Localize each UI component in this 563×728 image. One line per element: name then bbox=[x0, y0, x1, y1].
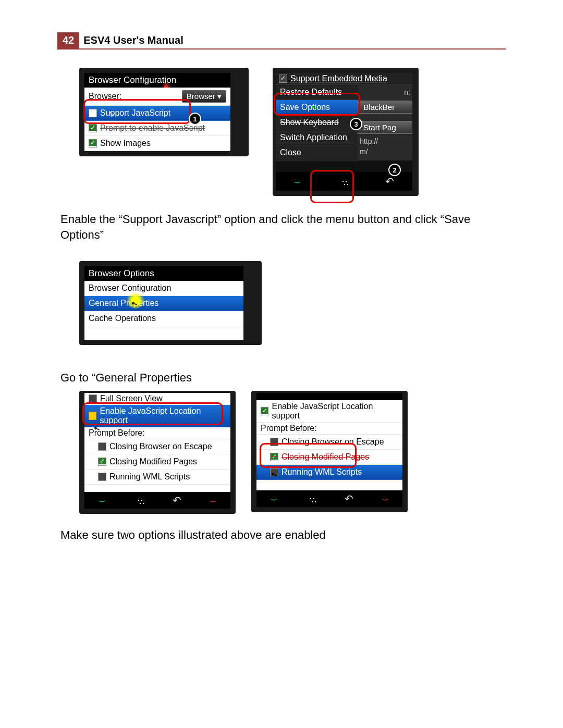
enable-js-location-row[interactable]: Enable JavaScript Location support bbox=[256, 400, 402, 423]
checkbox-icon bbox=[98, 473, 106, 481]
prompt-before-row: Prompt Before: bbox=[256, 423, 402, 435]
instruction-paragraph-3: Make sure two options illustrated above … bbox=[60, 527, 506, 543]
menu-button-icon[interactable] bbox=[305, 495, 316, 502]
checkbox-icon bbox=[98, 458, 106, 466]
support-javascript-row[interactable]: Support JavaScript ↖ bbox=[84, 106, 230, 121]
end-icon[interactable]: ⌣ bbox=[210, 495, 216, 507]
annotation-1: 1 bbox=[189, 113, 201, 125]
end-icon[interactable]: ⌣ bbox=[382, 493, 388, 505]
save-options-row[interactable]: Save Options ↖ bbox=[276, 100, 358, 115]
call-icon[interactable]: ⌣ bbox=[99, 495, 105, 507]
page-header: 42 ESV4 User's Manual bbox=[57, 32, 506, 50]
close-escape-row[interactable]: Closing Browser on Escape bbox=[256, 435, 402, 450]
show-keyboard-row[interactable]: Show Keyboard bbox=[276, 115, 358, 130]
close-label: Close bbox=[280, 148, 301, 157]
checkbox-icon bbox=[89, 412, 96, 420]
switch-app-row[interactable]: Switch Application bbox=[276, 130, 358, 145]
screen-title: Browser Configuration ◉ bbox=[84, 73, 230, 88]
fullscreen-row[interactable]: Full Screen View bbox=[84, 393, 230, 405]
checkbox-icon bbox=[261, 407, 268, 415]
run-wml-label: Running WML Scripts bbox=[282, 467, 362, 477]
figure-2: Browser Options Browser Configuration Ge… bbox=[79, 261, 262, 345]
checkbox-icon bbox=[270, 453, 278, 461]
fullscreen-label: Full Screen View bbox=[100, 394, 163, 403]
soft-key-bar: ⌣ ↶ ⌣ bbox=[84, 492, 230, 509]
startpage-button[interactable]: Start Pag bbox=[358, 121, 412, 134]
cache-operations-label: Cache Operations bbox=[89, 314, 156, 323]
close-row[interactable]: Close bbox=[276, 145, 358, 161]
annotation-3: 3 bbox=[350, 118, 362, 130]
browser-dropdown[interactable]: Browser ▾ bbox=[182, 90, 226, 103]
close-escape-label: Closing Browser on Escape bbox=[109, 442, 212, 451]
manual-title: ESV4 User's Manual bbox=[79, 32, 506, 50]
close-modified-label: Closing Modified Pages bbox=[282, 452, 369, 462]
figure-3a: Full Screen View Enable JavaScript Locat… bbox=[79, 391, 236, 514]
close-escape-row[interactable]: Closing Browser on Escape bbox=[84, 439, 230, 454]
call-icon[interactable]: ⌣ bbox=[294, 176, 301, 188]
menu-button-icon[interactable] bbox=[338, 178, 348, 185]
show-images-label: Show Images bbox=[100, 139, 151, 148]
close-modified-row[interactable]: Closing Modified Pages bbox=[256, 450, 402, 465]
switch-app-label: Switch Application bbox=[280, 133, 347, 142]
soft-key-bar: ⌣ ↶ ⌣ bbox=[256, 490, 402, 507]
show-keyboard-label: Show Keyboard bbox=[280, 118, 339, 127]
run-wml-label: Running WML Scripts bbox=[109, 472, 190, 482]
run-wml-row[interactable]: Running WML Scripts bbox=[84, 470, 230, 485]
call-icon[interactable]: ⌣ bbox=[271, 493, 277, 505]
figure-row-3: Full Screen View Enable JavaScript Locat… bbox=[79, 391, 506, 514]
close-modified-label: Closing Modified Pages bbox=[109, 457, 197, 466]
support-media-label: Support Embedded Media bbox=[290, 74, 387, 83]
prompt-before-row: Prompt Before: ↖ bbox=[84, 427, 230, 439]
enable-js-loc-label: Enable JavaScript Location support bbox=[100, 406, 226, 425]
checkbox-icon bbox=[279, 75, 287, 83]
close-modified-row[interactable]: Closing Modified Pages bbox=[84, 454, 230, 470]
annotation-2: 2 bbox=[388, 164, 401, 176]
general-properties-label: General Properties bbox=[89, 299, 158, 308]
browser-config-label: Browser Configuration bbox=[89, 283, 171, 293]
back-icon[interactable]: ↶ bbox=[345, 492, 353, 505]
browser-dropdown-row: Browser: Browser ▾ bbox=[84, 88, 230, 106]
checkbox-icon bbox=[89, 139, 97, 147]
restore-defaults-row[interactable]: Restore Defaults bbox=[276, 85, 358, 100]
browser-label: Browser: bbox=[89, 92, 121, 101]
general-properties-row[interactable]: General Properties ↖ bbox=[84, 296, 243, 311]
figure-1b: Support Embedded Media Restore Defaults … bbox=[273, 68, 419, 196]
browser-config-row[interactable]: Browser Configuration bbox=[84, 281, 243, 296]
close-escape-label: Closing Browser on Escape bbox=[282, 437, 384, 447]
addr-mn: m/ bbox=[358, 147, 412, 156]
instruction-paragraph-1: Enable the “Support Javascript” option a… bbox=[60, 212, 506, 242]
show-images-row[interactable]: Show Images bbox=[84, 136, 230, 151]
instruction-paragraph-2: Go to “General Properties bbox=[60, 370, 506, 386]
checkbox-icon bbox=[98, 442, 106, 451]
document-page: 42 ESV4 User's Manual Browser Configurat… bbox=[0, 0, 563, 583]
blackberry-button[interactable]: BlackBer bbox=[358, 101, 412, 114]
checkbox-icon bbox=[89, 109, 97, 117]
enable-js-loc-label: Enable JavaScript Location support bbox=[272, 402, 398, 421]
cache-operations-row[interactable]: Cache Operations bbox=[84, 311, 243, 326]
enable-js-location-row[interactable]: Enable JavaScript Location support bbox=[84, 405, 230, 427]
menu-button-icon[interactable] bbox=[133, 497, 144, 504]
prompt-before-label: Prompt Before: bbox=[261, 424, 317, 433]
checkbox-icon bbox=[270, 438, 278, 446]
figure-1a: Browser Configuration ◉ Browser: Browser… bbox=[79, 68, 249, 196]
back-icon[interactable]: ↶ bbox=[173, 494, 181, 507]
addr-http: http:// bbox=[358, 135, 412, 147]
page-number: 42 bbox=[57, 32, 79, 50]
save-options-label: Save Options bbox=[280, 103, 330, 112]
checkbox-icon bbox=[89, 124, 97, 132]
restore-label: Restore Defaults bbox=[280, 88, 342, 97]
prompt-js-label: Prompt to enable JavaScript bbox=[100, 124, 205, 133]
figure-row-1: Browser Configuration ◉ Browser: Browser… bbox=[79, 68, 506, 196]
prompt-js-row[interactable]: Prompt to enable JavaScript bbox=[84, 121, 230, 136]
checkbox-icon bbox=[89, 394, 97, 403]
browser-options-title: Browser Options bbox=[84, 266, 243, 281]
back-icon[interactable]: ↶ bbox=[385, 175, 394, 188]
figure-3b: Enable JavaScript Location support Promp… bbox=[251, 391, 408, 514]
run-wml-row[interactable]: Running WML Scripts ↖ bbox=[256, 465, 402, 480]
addr-n: n: bbox=[358, 85, 412, 100]
support-media-row[interactable]: Support Embedded Media bbox=[276, 73, 412, 85]
